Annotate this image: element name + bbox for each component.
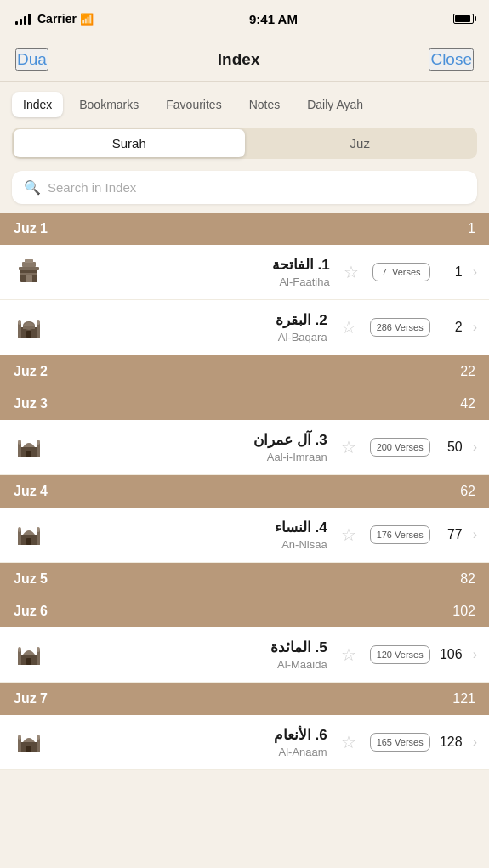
surah-6-page: 128 — [439, 735, 463, 750]
surah-2-transliteration: Al-Baqara — [278, 331, 327, 343]
tab-daily-ayah[interactable]: Daily Ayah — [296, 92, 374, 117]
juz-6-label: Juz 6 — [14, 604, 48, 619]
surah-3-favourite[interactable]: ☆ — [341, 437, 356, 457]
surah-row-4[interactable]: 4. النساء An-Nisaa ☆ 176 Verses 77 › — [0, 508, 489, 563]
surah-6-transliteration: Al-Anaam — [279, 746, 327, 758]
juz-4-page: 62 — [460, 484, 475, 499]
svg-point-10 — [18, 320, 21, 325]
tabs-container: Index Bookmarks Favourites Notes Daily A… — [0, 82, 489, 124]
surah-2-page: 2 — [439, 320, 463, 335]
svg-rect-19 — [26, 451, 31, 457]
surah-row-2[interactable]: 2. البقرة Al-Baqara ☆ 286 Verses 2 › — [0, 300, 489, 355]
juz-header-6: Juz 6 102 — [0, 595, 489, 627]
surah-6-verses: 165 Verses — [370, 733, 430, 752]
surah-6-favourite[interactable]: ☆ — [341, 732, 356, 752]
surah-1-page: 1 — [439, 264, 463, 280]
surah-1-text: 1. الفاتحة Al-Faatiha — [54, 256, 330, 288]
carrier-label: Carrier — [37, 12, 77, 26]
surah-5-transliteration: Al-Maaida — [277, 658, 327, 671]
svg-rect-2 — [19, 267, 39, 270]
surah-2-chevron: › — [473, 320, 477, 335]
toggle-surah[interactable]: Surah — [14, 129, 245, 157]
svg-rect-4 — [25, 259, 33, 263]
surah-4-chevron: › — [473, 527, 477, 542]
surah-4-favourite[interactable]: ☆ — [341, 525, 356, 545]
surah-3-page: 50 — [439, 440, 463, 455]
surah-3-icon — [12, 430, 46, 464]
svg-point-30 — [37, 647, 40, 652]
search-container: 🔍 Search in Index — [0, 167, 489, 213]
surah-1-chevron: › — [473, 264, 477, 280]
tab-bookmarks[interactable]: Bookmarks — [68, 92, 150, 117]
wifi-icon: 📶 — [80, 13, 94, 26]
surah-row-1[interactable]: 1. الفاتحة Al-Faatiha ☆ 7 Verses 1 › — [0, 245, 489, 300]
toggle-juz[interactable]: Juz — [245, 129, 476, 157]
juz-3-label: Juz 3 — [14, 396, 48, 411]
surah-5-verses: 120 Verses — [370, 645, 430, 664]
juz-1-label: Juz 1 — [14, 221, 48, 236]
search-placeholder: Search in Index — [48, 180, 136, 195]
juz-header-7: Juz 7 121 — [0, 683, 489, 715]
status-time: 9:41 AM — [249, 12, 298, 26]
surah-1-favourite[interactable]: ☆ — [344, 262, 359, 282]
surah-3-arabic: 3. آل عمران — [253, 431, 327, 449]
surah-4-verses: 176 Verses — [370, 525, 430, 544]
surah-3-chevron: › — [473, 440, 477, 455]
battery-icon — [453, 14, 474, 24]
surah-3-transliteration: Aal-i-Imraan — [267, 451, 327, 463]
surah-6-text: 6. الأنعام Al-Anaam — [54, 726, 327, 758]
tab-index[interactable]: Index — [12, 92, 63, 117]
surah-4-text: 4. النساء An-Nisaa — [54, 519, 327, 551]
surah-2-favourite[interactable]: ☆ — [341, 317, 356, 338]
surah-3-verses: 200 Verses — [370, 438, 430, 457]
svg-point-24 — [37, 527, 40, 532]
svg-point-34 — [18, 735, 21, 740]
juz-2-page: 22 — [460, 364, 475, 379]
juz-7-label: Juz 7 — [14, 691, 48, 706]
surah-row-3[interactable]: 3. آل عمران Aal-i-Imraan ☆ 200 Verses 50… — [0, 420, 489, 475]
juz-header-4: Juz 4 62 — [0, 475, 489, 508]
nav-title: Index — [218, 50, 260, 69]
surah-5-icon — [12, 638, 46, 672]
svg-point-16 — [18, 440, 21, 445]
surah-2-text: 2. البقرة Al-Baqara — [54, 311, 327, 343]
svg-rect-37 — [26, 746, 31, 752]
svg-point-22 — [18, 527, 21, 532]
surah-row-6[interactable]: 6. الأنعام Al-Anaam ☆ 165 Verses 128 › — [0, 715, 489, 770]
dua-button[interactable]: Dua — [15, 48, 48, 71]
surah-2-verses: 286 Verses — [370, 318, 430, 337]
surah-row-5[interactable]: 5. المائدة Al-Maaida ☆ 120 Verses 106 › — [0, 627, 489, 683]
signal-icon — [15, 14, 31, 25]
surah-5-page: 106 — [439, 647, 463, 662]
search-icon: 🔍 — [24, 179, 41, 196]
toggle-container: Surah Juz — [0, 124, 489, 167]
juz-header-3: Juz 3 42 — [0, 388, 489, 420]
surah-4-page: 77 — [439, 527, 463, 542]
svg-point-36 — [37, 735, 40, 740]
svg-rect-25 — [26, 538, 31, 545]
svg-rect-8 — [23, 326, 35, 329]
svg-rect-1 — [26, 275, 32, 282]
surah-juz-toggle: Surah Juz — [12, 128, 477, 159]
surah-list: Juz 1 1 1. الفاتحة Al-Faatiha ☆ 7 Verses… — [0, 213, 489, 770]
tab-favourites[interactable]: Favourites — [155, 92, 232, 117]
surah-5-text: 5. المائدة Al-Maaida — [54, 638, 327, 671]
search-bar[interactable]: 🔍 Search in Index — [12, 171, 477, 204]
tab-notes[interactable]: Notes — [238, 92, 292, 117]
surah-1-transliteration: Al-Faatiha — [279, 275, 329, 288]
surah-5-favourite[interactable]: ☆ — [341, 644, 356, 665]
juz-3-page: 42 — [460, 396, 475, 411]
svg-point-18 — [37, 440, 40, 445]
close-button[interactable]: Close — [429, 48, 474, 71]
surah-5-arabic: 5. المائدة — [270, 638, 327, 656]
status-left: Carrier 📶 — [15, 12, 94, 26]
surah-1-icon — [12, 255, 46, 289]
juz-header-2: Juz 2 22 — [0, 355, 489, 388]
svg-point-28 — [18, 647, 21, 652]
status-right — [453, 14, 474, 24]
svg-rect-31 — [26, 658, 31, 665]
juz-header-1: Juz 1 1 — [0, 213, 489, 245]
surah-1-arabic: 1. الفاتحة — [272, 256, 330, 274]
surah-6-icon — [12, 725, 46, 759]
surah-2-arabic: 2. البقرة — [276, 311, 327, 329]
